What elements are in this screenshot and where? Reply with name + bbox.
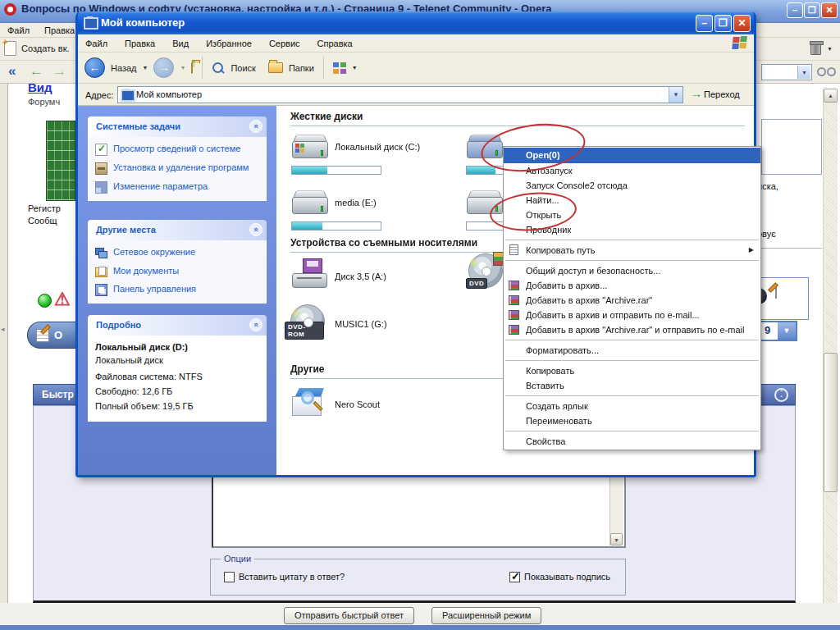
forward-arrow-icon[interactable]: → — [52, 63, 66, 80]
drive-c-label[interactable]: Локальный диск (C:) — [335, 142, 420, 152]
trash-icon[interactable] — [810, 43, 821, 55]
menu-item-paste[interactable]: Вставить — [504, 378, 760, 393]
menu-item-copy-path[interactable]: Копировать путь ▶ — [504, 243, 760, 258]
go-button-label[interactable]: Переход — [704, 89, 740, 99]
dvd-drive-icon[interactable]: DVD — [468, 253, 503, 288]
task-view-system-info[interactable]: Просмотр сведений о системе — [95, 144, 261, 156]
send-quick-reply-button[interactable]: Отправить быстрый ответ — [284, 607, 414, 624]
menu-item-add-to-archive-rar[interactable]: Добавить в архив "Archive.rar" — [504, 293, 760, 308]
place-network[interactable]: Сетевое окружение — [95, 247, 261, 259]
menu-tools[interactable]: Сервис — [269, 39, 300, 48]
drive-c-icon[interactable] — [291, 130, 329, 163]
menu-item-create-shortcut[interactable]: Создать ярлык — [504, 399, 760, 413]
collapse-chevron-icon[interactable]: « — [249, 223, 262, 236]
nero-scout-label[interactable]: Nero Scout — [335, 399, 380, 409]
opera-menu-edit[interactable]: Правка — [44, 25, 75, 35]
search-icon[interactable] — [212, 62, 225, 75]
nero-scout-icon[interactable] — [290, 383, 327, 419]
address-input[interactable]: Мой компьютер ▼ — [117, 86, 683, 103]
menu-item-rename[interactable]: Переименовать — [504, 413, 760, 428]
panel-collapse-icon[interactable]: ◂ — [1, 325, 5, 333]
menu-file[interactable]: Файл — [85, 39, 107, 48]
floppy-a-label[interactable]: Диск 3,5 (A:) — [335, 272, 386, 281]
forward-dropdown-icon[interactable]: ▼ — [180, 65, 185, 71]
system-tasks-header[interactable]: Системные задачи « — [88, 116, 267, 137]
folders-button-label[interactable]: Папки — [289, 63, 314, 73]
opera-restore-button[interactable]: ❐ — [804, 2, 820, 18]
menu-item-sharing-security[interactable]: Общий доступ и безопасность... — [504, 263, 760, 278]
floppy-a-icon[interactable] — [291, 257, 329, 294]
combo-dropdown-icon[interactable]: ▼ — [797, 66, 810, 79]
warning-icon[interactable]: ⚠ — [54, 289, 71, 310]
back-button-label[interactable]: Назад — [111, 63, 137, 73]
toolbar-separator — [202, 57, 203, 79]
address-dropdown-icon[interactable]: ▼ — [669, 87, 682, 103]
messages-label: Сообщ — [28, 216, 75, 226]
reply-button[interactable]: О — [27, 322, 76, 349]
back-dropdown-icon[interactable]: ▼ — [143, 65, 148, 71]
signature-checkbox[interactable] — [509, 572, 520, 582]
task-add-remove-programs[interactable]: Установка и удаление программ — [95, 162, 261, 175]
explorer-maximize-button[interactable]: ❐ — [714, 15, 732, 32]
advanced-mode-button[interactable]: Расширенный режим — [431, 607, 541, 624]
menu-item-format[interactable]: Форматировать... — [504, 343, 760, 358]
place-control-panel[interactable]: Панель управления — [95, 284, 261, 296]
drive-g-icon[interactable]: DVD-ROM — [290, 304, 325, 339]
edit-post-icon[interactable] — [775, 287, 777, 299]
menu-item-add-to-archive[interactable]: Добавить в архив... — [504, 278, 760, 293]
menu-item-run-console2[interactable]: Запуск Console2 отсюда — [504, 178, 760, 193]
task-change-setting[interactable]: Изменение параметра — [95, 181, 261, 194]
opera-close-button[interactable]: ✕ — [821, 2, 838, 18]
drive-e-label[interactable]: media (E:) — [335, 198, 377, 208]
views-dropdown-icon[interactable]: ▼ — [352, 65, 358, 71]
other-places-header[interactable]: Другие места « — [88, 220, 267, 240]
panel-splitter[interactable] — [0, 84, 8, 625]
views-icon[interactable] — [333, 62, 346, 74]
quick-reply-title: Быстр — [42, 389, 74, 400]
back-button[interactable]: ← — [84, 57, 105, 78]
details-panel: Подробно « Локальный диск (D:) Локальный… — [88, 315, 267, 422]
window-bottom-border — [0, 625, 840, 630]
details-header[interactable]: Подробно « — [88, 315, 267, 336]
explorer-titlebar[interactable]: Мой компьютер – ❐ ✕ — [78, 11, 754, 34]
collapse-chevron-icon[interactable]: « — [249, 318, 262, 331]
collapse-chevron-icon[interactable]: « — [249, 120, 262, 133]
menu-item-archive-and-email[interactable]: Добавить в архив и отправить по e-mail..… — [504, 308, 760, 322]
eyeglasses-icon[interactable] — [817, 67, 836, 78]
opera-minimize-button[interactable]: – — [787, 2, 803, 18]
folders-icon[interactable] — [268, 62, 283, 73]
forward-button[interactable]: → — [153, 57, 174, 78]
place-my-documents[interactable]: Мои документы — [95, 266, 261, 277]
menu-favorites[interactable]: Избранное — [206, 39, 252, 48]
search-button-label[interactable]: Поиск — [231, 63, 255, 73]
scroll-up-icon[interactable]: ▲ — [824, 89, 838, 103]
menu-view[interactable]: Вид — [172, 39, 189, 48]
page-dropdown-icon[interactable]: ▼ — [778, 322, 796, 340]
menu-item-archive-rar-and-email[interactable]: Добавить в архив "Archive.rar" и отправи… — [504, 322, 760, 337]
post-link-vid[interactable]: Вид — [28, 80, 75, 94]
scrollbar-thumb[interactable] — [824, 353, 838, 492]
menu-item-copy[interactable]: Копировать — [504, 363, 760, 378]
collapse-panel-icon[interactable]: ˆˆ — [774, 388, 788, 402]
explorer-close-button[interactable]: ✕ — [733, 15, 751, 32]
back-arrow-icon[interactable]: ← — [30, 63, 43, 80]
explorer-toolbar: ← Назад ▼ → ▼ ↑ Поиск Папки ▼ — [78, 52, 754, 84]
section-removable: Устройства со съемными носителями — [290, 237, 477, 249]
quote-checkbox[interactable] — [224, 572, 235, 582]
menu-item-label: Форматировать... — [526, 345, 599, 355]
new-tab-button[interactable]: Создать вк. — [21, 43, 70, 53]
textarea-scroll-down-icon[interactable]: ▼ — [610, 533, 623, 546]
rewind-icon[interactable]: « — [8, 63, 16, 80]
drive-g-label[interactable]: MUSIC1 (G:) — [335, 319, 387, 329]
drive-e-icon[interactable] — [291, 186, 329, 219]
opera-menu-file[interactable]: Файл — [7, 25, 30, 35]
details-drive-name: Локальный диск (D:) — [95, 342, 261, 352]
trash-dropdown-icon[interactable]: ▼ — [827, 46, 833, 52]
menu-edit[interactable]: Правка — [125, 39, 155, 48]
opera-zoom-select[interactable]: ▼ — [761, 64, 812, 80]
go-icon[interactable]: → — [691, 87, 702, 100]
up-button[interactable]: ↑ — [191, 63, 193, 73]
menu-help[interactable]: Справка — [317, 39, 353, 48]
menu-item-properties[interactable]: Свойства — [504, 434, 760, 449]
explorer-minimize-button[interactable]: – — [696, 15, 713, 32]
